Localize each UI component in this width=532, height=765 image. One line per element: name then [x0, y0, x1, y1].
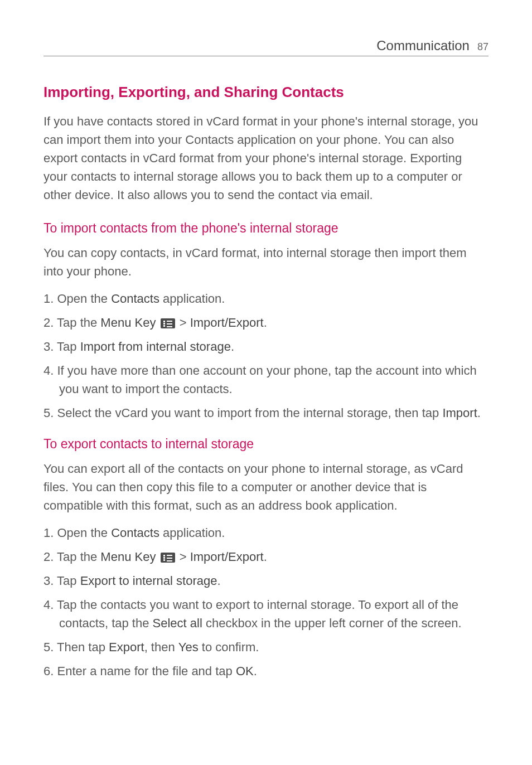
menu-key-label: Menu Key	[100, 316, 156, 330]
export-heading: To export contacts to internal storage	[43, 437, 489, 452]
contacts-label: Contacts	[111, 526, 159, 540]
export-label: Export	[109, 640, 144, 654]
section-title: Importing, Exporting, and Sharing Contac…	[43, 84, 489, 101]
list-item: Tap the Menu Key > Import/Export.	[43, 313, 489, 332]
list-item: Tap the Menu Key > Import/Export.	[43, 548, 489, 566]
import-label: Import	[442, 406, 477, 420]
menu-key-icon	[161, 553, 175, 563]
list-item: Open the Contacts application.	[43, 289, 489, 308]
menu-key-icon	[161, 318, 175, 328]
list-item: Tap Import from internal storage.	[43, 337, 489, 356]
ok-label: OK	[236, 664, 254, 678]
page-header: Communication 87	[376, 38, 489, 54]
list-item: Tap Export to internal storage.	[43, 572, 489, 590]
contacts-label: Contacts	[111, 292, 159, 306]
export-to-storage-label: Export to internal storage	[80, 574, 217, 588]
yes-label: Yes	[178, 640, 199, 654]
import-heading: To import contacts from the phone's inte…	[43, 221, 489, 236]
list-item: Select the vCard you want to import from…	[43, 404, 489, 422]
list-item: If you have more than one account on you…	[43, 361, 489, 398]
header-title: Communication	[376, 38, 470, 54]
list-item: Enter a name for the file and tap OK.	[43, 662, 489, 680]
import-steps: Open the Contacts application. Tap the M…	[43, 289, 489, 422]
import-from-storage-label: Import from internal storage	[80, 340, 231, 354]
select-all-label: Select all	[153, 616, 202, 630]
import-export-label: Import/Export	[190, 550, 264, 564]
page-number: 87	[477, 41, 489, 53]
menu-key-label: Menu Key	[100, 550, 156, 564]
list-item: Then tap Export, then Yes to confirm.	[43, 638, 489, 656]
header-divider	[43, 56, 489, 56]
import-export-label: Import/Export	[190, 316, 264, 330]
list-item: Open the Contacts application.	[43, 524, 489, 542]
import-body: You can copy contacts, in vCard format, …	[43, 244, 489, 280]
list-item: Tap the contacts you want to export to i…	[43, 595, 489, 632]
intro-paragraph: If you have contacts stored in vCard for…	[43, 112, 489, 204]
page-content: Importing, Exporting, and Sharing Contac…	[43, 84, 489, 680]
export-body: You can export all of the contacts on yo…	[43, 459, 489, 515]
export-steps: Open the Contacts application. Tap the M…	[43, 524, 489, 680]
